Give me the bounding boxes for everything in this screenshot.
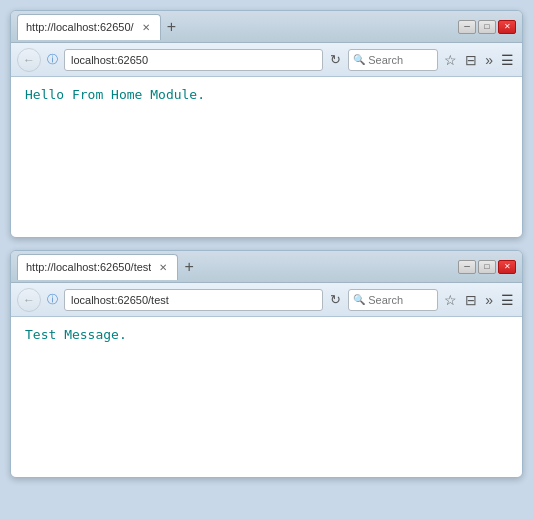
window-controls-2: ─ □ ✕ xyxy=(458,260,516,274)
bookmark-icon-2[interactable]: ⊟ xyxy=(463,292,479,308)
new-tab-button-1[interactable]: + xyxy=(163,19,180,35)
maximize-button-2[interactable]: □ xyxy=(478,260,496,274)
star-icon-2[interactable]: ☆ xyxy=(442,292,459,308)
close-button-1[interactable]: ✕ xyxy=(498,20,516,34)
info-icon-2: ⓘ xyxy=(45,292,60,307)
window-controls-1: ─ □ ✕ xyxy=(458,20,516,34)
page-content-1: Hello From Home Module. xyxy=(11,77,522,237)
back-button-1[interactable]: ← xyxy=(17,48,41,72)
more-pages-icon-1[interactable]: » xyxy=(483,52,495,68)
maximize-button-1[interactable]: □ xyxy=(478,20,496,34)
toolbar-1: ← ⓘ ↻ 🔍 ☆ ⊟ » ☰ xyxy=(11,43,522,77)
tab-close-2[interactable]: ✕ xyxy=(157,262,169,273)
search-container-2: 🔍 xyxy=(348,289,438,311)
search-container-1: 🔍 xyxy=(348,49,438,71)
search-input-2[interactable] xyxy=(368,294,428,306)
page-message-1: Hello From Home Module. xyxy=(25,87,205,102)
active-tab-2[interactable]: http://localhost:62650/test ✕ xyxy=(17,254,178,280)
info-icon-1: ⓘ xyxy=(45,52,60,67)
search-input-1[interactable] xyxy=(368,54,428,66)
page-message-2: Test Message. xyxy=(25,327,127,342)
minimize-button-1[interactable]: ─ xyxy=(458,20,476,34)
browser-window-1: http://localhost:62650/ ✕ + ─ □ ✕ ← ⓘ ↻ … xyxy=(10,10,523,238)
tab-close-1[interactable]: ✕ xyxy=(140,22,152,33)
search-icon-2: 🔍 xyxy=(353,294,365,305)
new-tab-button-2[interactable]: + xyxy=(180,259,197,275)
back-button-2[interactable]: ← xyxy=(17,288,41,312)
browser-window-2: http://localhost:62650/test ✕ + ─ □ ✕ ← … xyxy=(10,250,523,478)
title-bar-2: http://localhost:62650/test ✕ + ─ □ ✕ xyxy=(11,251,522,283)
url-bar-2[interactable] xyxy=(64,289,323,311)
title-bar-1: http://localhost:62650/ ✕ + ─ □ ✕ xyxy=(11,11,522,43)
refresh-button-1[interactable]: ↻ xyxy=(327,52,344,67)
toolbar-icons-1: ☆ ⊟ » xyxy=(442,52,495,68)
tab-label-2: http://localhost:62650/test xyxy=(26,261,151,273)
close-button-2[interactable]: ✕ xyxy=(498,260,516,274)
search-icon-1: 🔍 xyxy=(353,54,365,65)
toolbar-icons-2: ☆ ⊟ » xyxy=(442,292,495,308)
menu-button-1[interactable]: ☰ xyxy=(499,52,516,68)
tab-label-1: http://localhost:62650/ xyxy=(26,21,134,33)
menu-button-2[interactable]: ☰ xyxy=(499,292,516,308)
minimize-button-2[interactable]: ─ xyxy=(458,260,476,274)
bookmark-icon-1[interactable]: ⊟ xyxy=(463,52,479,68)
more-pages-icon-2[interactable]: » xyxy=(483,292,495,308)
page-content-2: Test Message. xyxy=(11,317,522,477)
star-icon-1[interactable]: ☆ xyxy=(442,52,459,68)
toolbar-2: ← ⓘ ↻ 🔍 ☆ ⊟ » ☰ xyxy=(11,283,522,317)
url-bar-1[interactable] xyxy=(64,49,323,71)
refresh-button-2[interactable]: ↻ xyxy=(327,292,344,307)
active-tab-1[interactable]: http://localhost:62650/ ✕ xyxy=(17,14,161,40)
